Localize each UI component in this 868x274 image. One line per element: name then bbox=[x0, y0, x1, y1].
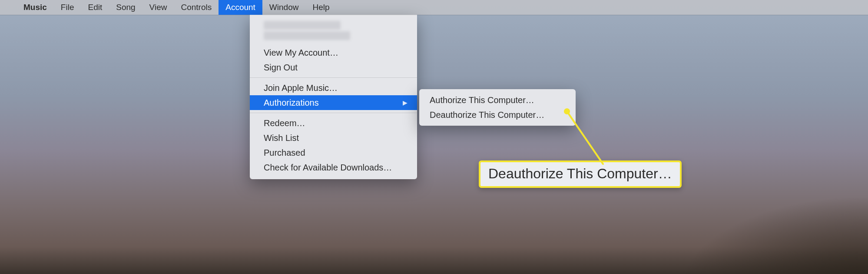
authorizations-submenu: Authorize This Computer… Deauthorize Thi… bbox=[419, 89, 576, 126]
menu-redeem[interactable]: Redeem… bbox=[250, 116, 417, 130]
account-email-blurred bbox=[264, 31, 350, 40]
menu-song[interactable]: Song bbox=[109, 0, 142, 15]
submenu-deauthorize[interactable]: Deauthorize This Computer… bbox=[419, 107, 576, 122]
menu-separator bbox=[250, 77, 417, 78]
menu-view[interactable]: View bbox=[142, 0, 174, 15]
account-dropdown: View My Account… Sign Out Join Apple Mus… bbox=[250, 15, 417, 179]
menu-help[interactable]: Help bbox=[305, 0, 336, 15]
annotation-callout: Deauthorize This Computer… bbox=[479, 160, 682, 188]
menu-item-label: Sign Out bbox=[264, 62, 298, 73]
menu-item-label: View My Account… bbox=[264, 47, 338, 58]
menu-check-downloads[interactable]: Check for Available Downloads… bbox=[250, 160, 417, 175]
menu-purchased[interactable]: Purchased bbox=[250, 145, 417, 160]
menu-controls[interactable]: Controls bbox=[174, 0, 219, 15]
menu-view-my-account[interactable]: View My Account… bbox=[250, 45, 417, 60]
menu-item-label: Join Apple Music… bbox=[264, 82, 338, 94]
menu-window[interactable]: Window bbox=[262, 0, 306, 15]
menu-item-label: Authorizations bbox=[264, 97, 319, 108]
menu-sign-out[interactable]: Sign Out bbox=[250, 60, 417, 75]
menu-authorizations[interactable]: Authorizations ▶ bbox=[250, 95, 417, 110]
menu-separator bbox=[250, 113, 417, 113]
annotation-callout-text: Deauthorize This Computer… bbox=[488, 166, 672, 181]
desktop-hill-silhouette bbox=[625, 174, 868, 274]
menu-item-label: Authorize This Computer… bbox=[430, 95, 534, 105]
submenu-arrow-icon: ▶ bbox=[403, 97, 407, 108]
menu-item-label: Purchased bbox=[264, 147, 305, 158]
menu-file[interactable]: File bbox=[54, 0, 81, 15]
menu-item-label: Wish List bbox=[264, 132, 299, 144]
menu-item-label: Redeem… bbox=[264, 117, 305, 129]
annotation-dot-icon bbox=[564, 108, 570, 114]
menu-bar: Music File Edit Song View Controls Accou… bbox=[0, 0, 868, 15]
app-name-menu[interactable]: Music bbox=[17, 0, 54, 15]
menu-account[interactable]: Account bbox=[219, 0, 262, 15]
menu-edit[interactable]: Edit bbox=[81, 0, 109, 15]
menu-wish-list[interactable]: Wish List bbox=[250, 130, 417, 145]
account-name-blurred bbox=[264, 21, 341, 30]
menu-item-label: Check for Available Downloads… bbox=[264, 162, 392, 173]
account-identity-block bbox=[250, 17, 417, 45]
submenu-authorize[interactable]: Authorize This Computer… bbox=[419, 93, 576, 107]
menu-join-apple-music[interactable]: Join Apple Music… bbox=[250, 80, 417, 95]
menu-item-label: Deauthorize This Computer… bbox=[430, 110, 544, 120]
